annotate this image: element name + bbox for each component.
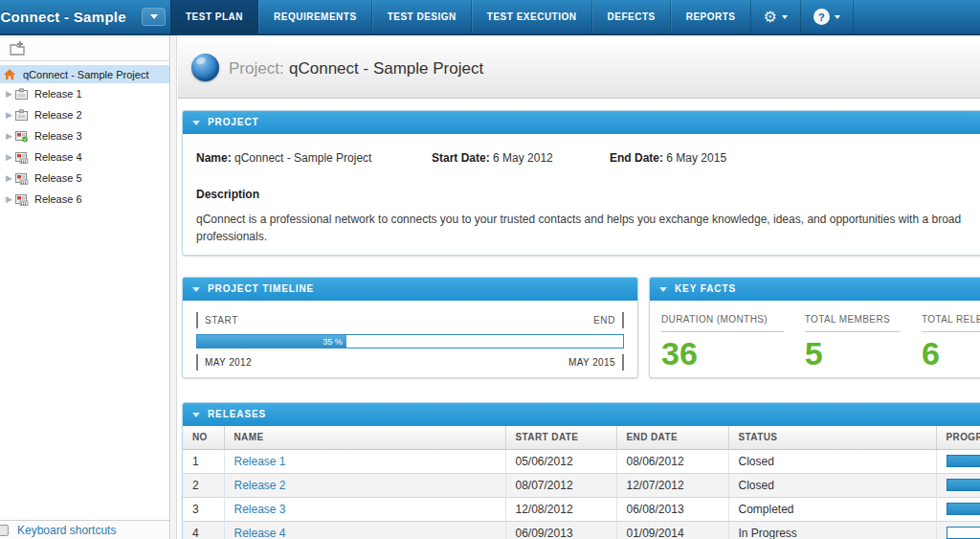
cell-start-date: 08/07/2012 [505,473,616,497]
main-content: Project: qConnect - Sample Project PROJE… [178,35,980,539]
tree-item-label: Release 5 [34,172,82,184]
fact-total-members: TOTAL MEMBERS 5 [805,314,922,371]
tab-defects[interactable]: DEFECTS [592,0,671,34]
tree-item-release-3[interactable]: ▶ Release 3 [0,125,169,146]
release-link[interactable]: Release 4 [234,527,286,539]
project-name-field: Name: qConnect - Sample Project [196,151,432,165]
project-switcher-button[interactable] [142,8,166,26]
col-end-date: END DATE [616,426,728,449]
release-icon-gray [14,109,29,122]
cell-end-date: 12/07/2012 [616,473,728,497]
release-icon-red [14,151,29,164]
app-title: qConnect - Sample [0,0,126,34]
tab-requirements[interactable]: REQUIREMENTS [258,0,372,34]
cell-no: 1 [183,449,224,473]
end-date-value: 6 May 2015 [666,151,726,165]
release-link[interactable]: Release 2 [234,479,286,492]
globe-icon [191,54,219,81]
tree-item-label: Release 2 [34,109,82,121]
start-date-label: Start Date: [432,151,490,165]
collapse-icon [659,287,667,296]
collapse-icon [192,287,200,296]
timeline-progress-bar: 35 % [196,334,624,348]
timeline-body: START END 35 % MAY 2012 MAY 2015 [183,301,637,371]
help-menu-button[interactable]: ? [801,0,854,34]
expander-icon[interactable]: ▶ [4,110,14,120]
settings-menu-button[interactable]: ⚙ [751,0,801,34]
tree-item-release-4[interactable]: ▶ Release 4 [0,146,169,168]
tree-item-release-5[interactable]: ▶ Release 5 [0,168,169,189]
cell-no: 4 [183,521,224,539]
cell-no: 2 [183,473,224,497]
release-row-1: 1 Release 1 05/06/2012 08/06/2012 Closed [183,449,980,473]
timeline-end-date: MAY 2015 [568,354,615,371]
description-text-line1: qConnect is a professional network to co… [183,213,980,226]
release-progress-bar [947,455,980,467]
release-row-4: 4 Release 4 06/09/2013 01/09/2014 In Pro… [183,521,980,539]
expander-icon[interactable]: ▶ [4,131,14,141]
timeline-start-label: START [205,312,238,328]
cell-end-date: 08/06/2012 [616,449,728,473]
release-icon-gray [14,88,29,101]
tab-test-design[interactable]: TEST DESIGN [372,0,472,34]
end-date-label: End Date: [610,151,663,165]
chevron-down-icon [835,15,840,22]
page-title-label: Project: [229,59,284,79]
keyboard-shortcuts-link[interactable]: Keyboard shortcuts [17,524,116,537]
key-facts-panel-header[interactable]: KEY FACTS [650,278,980,301]
cell-no: 3 [183,497,224,521]
releases-table: NO NAME START DATE END DATE STATUS PROGR… [183,426,980,539]
tab-test-execution[interactable]: TEST EXECUTION [472,0,592,34]
project-panel: PROJECT Name: qConnect - Sample Project … [182,110,980,256]
key-facts-body: DURATION (MONTHS) 36 TOTAL MEMBERS 5 TOT… [650,301,980,371]
timeline-progress-fill: 35 % [197,335,346,348]
cell-start-date: 12/08/2012 [505,497,616,521]
collapse-icon [192,121,200,129]
project-panel-title: PROJECT [208,117,259,127]
timeline-panel-header[interactable]: PROJECT TIMELINE [183,278,637,301]
description-text-line2: professionals. [183,230,980,243]
tree-item-release-1[interactable]: ▶ Release 1 [0,83,169,104]
tab-reports[interactable]: REPORTS [671,0,751,34]
expander-icon[interactable]: ▶ [4,89,14,99]
name-label: Name: [196,151,232,165]
release-progress-bar [947,503,980,515]
releases-panel: RELEASES NO NAME START DATE END DATE STA… [182,402,980,539]
project-start-field: Start Date: 6 May 2012 [432,151,610,165]
project-end-field: End Date: 6 May 2015 [610,151,726,165]
tree-item-label: Release 6 [34,193,82,205]
expander-icon[interactable]: ▶ [4,152,14,162]
tree-item-label: Release 1 [34,88,82,100]
sidebar-footer: Keyboard shortcuts [0,520,169,539]
releases-table-header-row: NO NAME START DATE END DATE STATUS PROGR… [183,426,980,449]
release-link[interactable]: Release 1 [234,455,286,468]
timeline-progress-label: 35 % [323,337,343,347]
tree-root-project[interactable]: qConnect - Sample Project [0,65,169,83]
chevron-down-icon [782,15,788,22]
col-no: NO [183,426,224,449]
cell-status: Closed [728,449,936,473]
tab-test-plan[interactable]: TEST PLAN [170,0,258,34]
chevron-down-icon [150,14,158,23]
new-folder-icon[interactable] [9,40,28,56]
tree-item-release-2[interactable]: ▶ Release 2 [0,104,169,125]
cell-start-date: 05/06/2012 [505,449,616,473]
release-icon-red [14,193,29,206]
release-row-3: 3 Release 3 12/08/2012 06/08/2013 Comple… [183,497,980,521]
description-heading: Description [183,188,980,201]
project-panel-header[interactable]: PROJECT [183,111,980,134]
fact-duration: DURATION (MONTHS) 36 [661,314,805,371]
key-facts-panel-title: KEY FACTS [675,283,736,294]
releases-panel-header[interactable]: RELEASES [183,403,980,426]
release-link[interactable]: Release 3 [234,503,286,516]
expander-icon[interactable]: ▶ [4,194,14,204]
expander-icon[interactable]: ▶ [4,173,14,183]
cell-start-date: 06/09/2013 [505,521,616,539]
home-icon [3,68,16,81]
sidebar-splitter[interactable] [171,35,177,539]
tree-root-label: qConnect - Sample Project [23,69,148,80]
fact-label: TOTAL RELEASES [922,314,980,332]
timeline-start-end-row: START END [196,312,624,328]
project-tree: qConnect - Sample Project ▶ Release 1 ▶ … [0,65,169,210]
tree-item-release-6[interactable]: ▶ Release 6 [0,189,169,210]
